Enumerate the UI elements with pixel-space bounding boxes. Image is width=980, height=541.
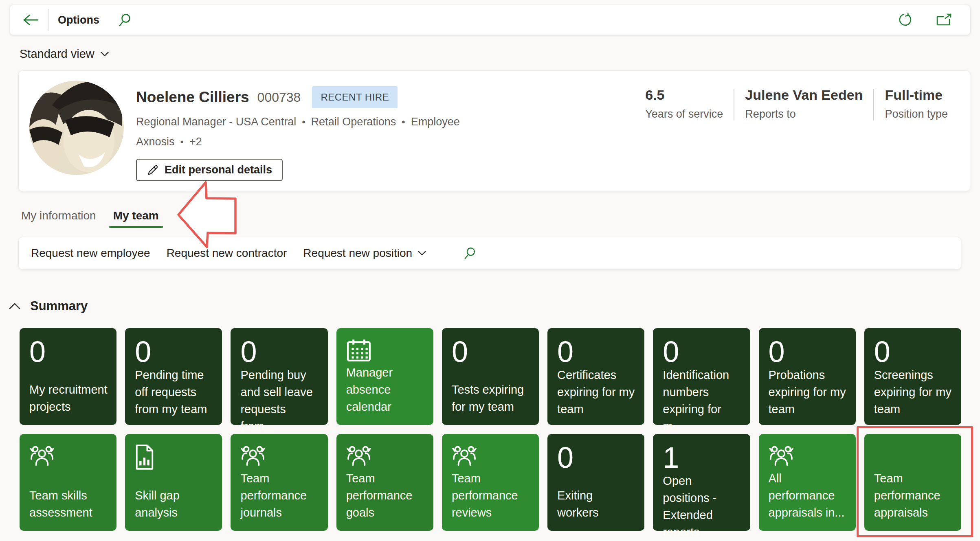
employee-department: Retail Operations [311, 116, 396, 128]
summary-tile-manager-absence-calendar[interactable]: Manager absence calendar [336, 328, 433, 425]
summary-tile-pending-time-off-requests-from-my-team[interactable]: 0 Pending time off requests from my team [125, 328, 222, 425]
summary-tile-probations-expiring-for-my-team[interactable]: 0 Probations expiring for my team [759, 328, 856, 425]
topbar-search-button[interactable] [116, 11, 134, 28]
tile-label: Team performance goals [346, 470, 424, 521]
summary-tile-certificates-expiring-for-my-team[interactable]: 0 Certificates expiring for my team [547, 328, 644, 425]
tile-label: My recruitment projects [29, 381, 108, 415]
chevron-down-icon [100, 51, 109, 57]
tile-count: 0 [452, 337, 530, 366]
bullet-separator: • [402, 116, 405, 128]
summary-tile-screenings-expiring-for-my-team[interactable]: 0 Screenings expiring for my team [864, 328, 961, 425]
tile-label: Screenings expiring for my team [874, 366, 952, 418]
tab-my-information[interactable]: My information [21, 209, 96, 228]
summary-tile-all-performance-appraisals-in[interactable]: All performance appraisals in... [759, 434, 856, 531]
summary-tile-skill-gap-analysis[interactable]: Skill gap analysis [125, 434, 222, 531]
search-icon [118, 13, 132, 27]
chevron-down-icon [418, 251, 426, 256]
top-bar: Options [10, 5, 970, 35]
avatar [29, 81, 124, 175]
refresh-icon [898, 13, 913, 27]
tile-count: 0 [663, 337, 741, 366]
action-request-new-position[interactable]: Request new position [303, 247, 426, 260]
action-request-new-contractor[interactable]: Request new contractor [167, 247, 287, 260]
open-in-new-button[interactable] [934, 12, 954, 28]
tile-count: 0 [135, 337, 213, 366]
summary-header: Summary [7, 299, 980, 313]
toolbar-search-button[interactable] [462, 245, 478, 261]
employee-company: Axnosis [136, 136, 175, 148]
search-icon [464, 247, 477, 260]
page-title: Options [58, 14, 99, 26]
summary-tile-tests-expiring-for-my-team[interactable]: 0 Tests expiring for my team [442, 328, 539, 425]
action-request-new-employee[interactable]: Request new employee [31, 247, 150, 260]
summary-tile-team-performance-journals[interactable]: Team performance journals [231, 434, 327, 531]
employee-stats: 6.5 Years of service Julene Van Eeden Re… [645, 81, 948, 181]
topbar-divider [48, 9, 49, 31]
tile-label: Certificates expiring for my team [557, 366, 635, 418]
stat-position-type: Full-time Position type [885, 87, 948, 181]
bullet-separator: • [180, 136, 184, 148]
people-icon [452, 445, 530, 467]
tile-label: Pending time off requests from my team [135, 366, 213, 418]
chevron-up-icon [9, 303, 20, 309]
people-icon [240, 445, 319, 467]
stat-years-of-service: 6.5 Years of service [645, 87, 723, 181]
tile-label: Probations expiring for my team [769, 366, 847, 418]
summary-tile-open-positions-extended-reports[interactable]: 1 Open positions - Extended reports [653, 434, 750, 531]
tile-count: 0 [769, 337, 847, 366]
tile-count: 0 [240, 337, 319, 366]
summary-tile-team-performance-appraisals[interactable]: Team performance appraisals [864, 434, 961, 531]
action-label: Request new position [303, 247, 412, 260]
tile-count: 0 [557, 443, 635, 472]
action-label: Request new contractor [167, 247, 287, 260]
employee-company-extra[interactable]: +2 [189, 136, 202, 148]
summary-tile-team-performance-reviews[interactable]: Team performance reviews [442, 434, 539, 531]
people-icon [346, 445, 424, 467]
summary-tile-exiting-workers[interactable]: 0 Exiting workers [547, 434, 644, 531]
tile-label: Manager absence calendar [346, 364, 424, 415]
summary-title: Summary [30, 299, 88, 313]
edit-button-label: Edit personal details [165, 164, 272, 176]
back-button[interactable] [21, 12, 40, 28]
stat-value: Full-time [885, 87, 948, 103]
employee-role: Regional Manager - USA Central [136, 116, 296, 128]
summary-tile-identification-numbers-expiring-for-m[interactable]: 0 Identification numbers expiring for m.… [653, 328, 750, 425]
tab-my-team[interactable]: My team [113, 209, 159, 228]
pencil-icon [147, 164, 159, 176]
summary-collapse-button[interactable] [7, 301, 22, 311]
stat-value: 6.5 [645, 87, 723, 103]
stat-label: Reports to [745, 108, 863, 120]
open-in-new-icon [936, 13, 952, 26]
tab-strip: My information My team [21, 209, 980, 228]
summary-tile-my-recruitment-projects[interactable]: 0 My recruitment projects [20, 328, 116, 425]
tile-count: 0 [874, 337, 952, 366]
action-label: Request new employee [31, 247, 150, 260]
calendar-icon [346, 339, 424, 362]
stat-label: Position type [885, 108, 948, 120]
employee-subtitle: Regional Manager - USA Central • Retail … [136, 116, 460, 128]
tile-count: 0 [557, 337, 635, 366]
employee-id: 000738 [257, 90, 301, 105]
summary-tile-team-skills-assessment[interactable]: Team skills assessment [20, 434, 116, 531]
summary-tile-team-performance-goals[interactable]: Team performance goals [336, 434, 433, 531]
refresh-button[interactable] [897, 11, 914, 29]
tile-label: All performance appraisals in... [769, 470, 847, 521]
people-icon [769, 445, 847, 467]
stat-label: Years of service [645, 108, 723, 120]
tile-count: 0 [29, 337, 108, 366]
employee-worker-type: Employee [411, 116, 460, 128]
tile-count: 1 [663, 443, 741, 472]
tile-label: Identification numbers expiring for m... [663, 366, 741, 435]
doc-chart-icon [135, 445, 213, 470]
tile-label: Team performance reviews [452, 470, 530, 521]
employee-header-card: Noelene Cilliers 000738 RECENT HIRE Regi… [18, 70, 970, 191]
edit-personal-details-button[interactable]: Edit personal details [136, 159, 283, 181]
tile-label: Exiting workers [557, 487, 635, 521]
view-selector[interactable]: Standard view [20, 47, 109, 61]
view-selector-label: Standard view [20, 47, 94, 61]
action-toolbar: Request new employee Request new contrac… [18, 237, 961, 269]
stat-divider [734, 89, 734, 120]
summary-tile-pending-buy-and-sell-leave-requests-from[interactable]: 0 Pending buy and sell leave requests fr… [231, 328, 327, 425]
tile-label: Open positions - Extended reports [663, 472, 741, 541]
tile-label: Tests expiring for my team [452, 381, 530, 415]
